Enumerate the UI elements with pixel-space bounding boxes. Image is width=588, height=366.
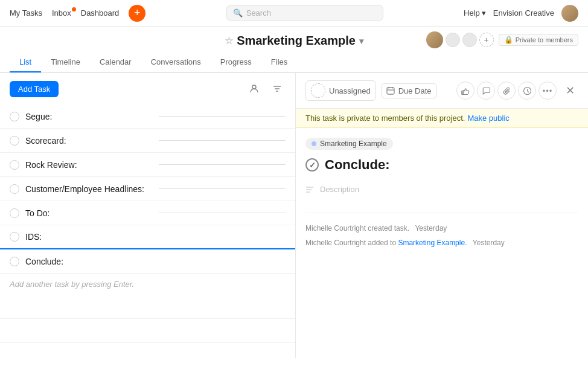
task-checkbox-6[interactable] [10, 232, 19, 242]
search-bar[interactable]: 🔍 Search [226, 5, 383, 21]
nav-my-tasks[interactable]: My Tasks [10, 8, 42, 18]
tab-list[interactable]: List [10, 53, 41, 72]
plus-icon: + [134, 7, 141, 19]
tab-timeline[interactable]: Timeline [41, 53, 90, 72]
tab-files[interactable]: Files [261, 53, 297, 72]
task-item-active[interactable] [0, 225, 295, 249]
task-checkbox-5[interactable] [10, 208, 19, 218]
member-avatars: + [426, 31, 494, 48]
task-divider-4 [159, 188, 286, 189]
svg-rect-4 [387, 88, 394, 94]
task-name-2: Scorecard: [25, 136, 153, 146]
svg-point-0 [252, 85, 256, 89]
star-icon[interactable]: ☆ [225, 35, 233, 47]
check-icon: ✓ [309, 161, 316, 170]
filter-icon [272, 84, 282, 94]
task-complete-checkbox[interactable]: ✓ [305, 158, 319, 172]
task-item[interactable]: Rock Review: [0, 153, 295, 177]
activity-link-2[interactable]: Smarketing Example. [398, 239, 467, 247]
task-input-6[interactable] [25, 232, 286, 242]
thumbs-up-button[interactable] [456, 82, 475, 100]
speech-bubble-icon [482, 86, 491, 95]
project-title: Smarketing Example [237, 34, 356, 48]
assign-icon-btn[interactable] [246, 80, 263, 97]
task-item-editing[interactable] [0, 249, 295, 274]
task-list-header: Add Task [0, 73, 295, 104]
task-item[interactable]: To Do: [0, 201, 295, 225]
private-banner: This task is private to members of this … [296, 109, 588, 128]
task-checkbox-1[interactable] [10, 112, 19, 121]
tab-bar: List Timeline Calendar Conversations Pro… [0, 53, 588, 72]
project-title-row: ☆ Smarketing Example ▾ [225, 34, 363, 48]
task-detail-title: Conclude: [325, 157, 390, 173]
clock-button[interactable] [518, 82, 536, 100]
project-tag-dot [312, 141, 316, 146]
task-input-7[interactable] [25, 257, 286, 266]
assignee-label: Unassigned [329, 86, 371, 95]
ellipsis-button[interactable]: ••• [538, 82, 557, 100]
empty-row [0, 295, 295, 319]
task-item[interactable]: Scorecard: [0, 129, 295, 153]
person-icon [249, 84, 259, 94]
user-avatar[interactable] [561, 5, 578, 22]
activity-item-2: Michelle Courtright added to Smarketing … [305, 237, 578, 248]
task-name-5: To Do: [25, 208, 153, 218]
task-detail-title-row: ✓ Conclude: [305, 157, 578, 173]
close-button[interactable]: ✕ [561, 82, 578, 99]
activity-text-2: Michelle Courtright added to [305, 239, 398, 247]
task-item[interactable]: Segue: [0, 104, 295, 129]
make-public-link[interactable]: Make public [467, 114, 509, 123]
add-task-button[interactable]: Add Task [10, 81, 59, 97]
description-placeholder: Description [320, 185, 359, 194]
private-badge[interactable]: 🔒 Private to members [499, 34, 578, 46]
task-action-icons: ••• [456, 82, 557, 100]
assignee-button[interactable]: Unassigned [305, 80, 376, 101]
task-name-1: Segue: [25, 112, 153, 121]
add-button[interactable]: + [129, 5, 145, 22]
nav-dashboard[interactable]: Dashboard [81, 8, 120, 18]
empty-row [0, 319, 295, 343]
tab-conversations[interactable]: Conversations [141, 53, 211, 72]
activity-section: Michelle Courtright created task. Yester… [305, 213, 578, 248]
tab-calendar[interactable]: Calendar [90, 53, 141, 72]
task-checkbox-2[interactable] [10, 136, 19, 146]
task-name-4: Customer/Employee Headlines: [25, 184, 153, 194]
nav-left: My Tasks Inbox Dashboard + [10, 5, 145, 22]
speech-bubble-button[interactable] [477, 82, 495, 100]
project-chevron-icon[interactable]: ▾ [359, 36, 363, 46]
project-tag[interactable]: Smarketing Example [305, 138, 393, 150]
thumbs-up-icon [461, 86, 470, 95]
task-checkbox-4[interactable] [10, 184, 19, 194]
description-row[interactable]: Description [305, 182, 578, 198]
description-icon [305, 185, 314, 196]
search-placeholder: Search [246, 8, 271, 18]
paperclip-icon [502, 86, 511, 95]
task-header-icons [246, 80, 286, 97]
tab-progress[interactable]: Progress [211, 53, 261, 72]
top-nav: My Tasks Inbox Dashboard + 🔍 Search Help… [0, 0, 588, 27]
task-divider-2 [159, 140, 286, 141]
filter-icon-btn[interactable] [269, 80, 286, 97]
add-member-button[interactable]: + [479, 33, 494, 47]
due-date-label: Due Date [398, 86, 432, 95]
paperclip-button[interactable] [497, 82, 516, 100]
assignee-avatar-empty [311, 83, 325, 98]
member-avatar-1 [426, 31, 443, 48]
clock-icon [523, 86, 532, 95]
inbox-badge-dot [72, 7, 76, 11]
task-detail-header: Unassigned Due Date [296, 73, 588, 109]
task-list-panel: Add Task [0, 73, 296, 358]
task-item[interactable]: Customer/Employee Headlines: [0, 177, 295, 201]
due-date-button[interactable]: Due Date [381, 83, 437, 98]
header-right-actions: + 🔒 Private to members [426, 31, 578, 48]
member-avatar-3 [462, 33, 477, 47]
nav-inbox[interactable]: Inbox [52, 8, 71, 18]
empty-row [0, 343, 295, 358]
task-checkbox-7[interactable] [10, 257, 19, 266]
lock-icon: 🔒 [504, 36, 513, 44]
activity-timestamp-2: Yesterday [473, 239, 505, 247]
task-divider-1 [159, 116, 286, 117]
activity-timestamp-1: Yesterday [415, 224, 447, 233]
task-checkbox-3[interactable] [10, 160, 19, 170]
help-button[interactable]: Help ▾ [464, 8, 486, 18]
